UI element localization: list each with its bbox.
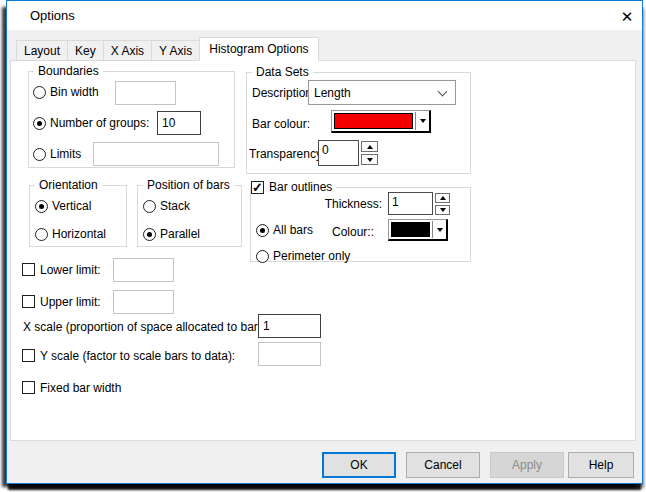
all-bars-radio[interactable] bbox=[256, 224, 269, 237]
number-of-groups-radio[interactable] bbox=[33, 117, 46, 130]
limits-label: Limits bbox=[50, 147, 81, 161]
transparency-down-icon[interactable] bbox=[361, 154, 378, 165]
bar-outlines-label: Bar outlines bbox=[269, 180, 332, 194]
number-of-groups-label: Number of groups: bbox=[50, 116, 149, 130]
thickness-spinner: 1 bbox=[388, 192, 450, 215]
parallel-radio[interactable] bbox=[143, 228, 156, 241]
stack-label: Stack bbox=[160, 199, 190, 213]
chevron-down-icon bbox=[438, 87, 448, 97]
perimeter-only-label: Perimeter only bbox=[273, 249, 350, 263]
upper-limit-checkbox[interactable] bbox=[22, 295, 35, 308]
all-bars-label: All bars bbox=[273, 223, 313, 237]
vertical-radio[interactable] bbox=[35, 200, 48, 213]
outline-colour-button[interactable] bbox=[388, 219, 448, 241]
options-dialog: Options ✕ Layout Key X Axis Y Axis Histo… bbox=[0, 0, 646, 492]
bar-outlines-checkbox[interactable] bbox=[251, 181, 264, 194]
horizontal-radio[interactable] bbox=[35, 228, 48, 241]
bin-width-input[interactable] bbox=[115, 81, 176, 105]
position-of-bars-legend: Position of bars bbox=[143, 178, 234, 192]
description-label: Description: bbox=[252, 86, 315, 100]
bin-width-radio[interactable] bbox=[33, 86, 46, 99]
tab-layout[interactable]: Layout bbox=[16, 40, 68, 61]
upper-limit-label: Upper limit: bbox=[40, 295, 101, 309]
limits-radio[interactable] bbox=[33, 148, 46, 161]
stack-radio[interactable] bbox=[143, 200, 156, 213]
title-bar[interactable]: Options ✕ bbox=[7, 1, 642, 30]
perimeter-only-radio[interactable] bbox=[256, 250, 269, 263]
thickness-value[interactable]: 1 bbox=[388, 192, 433, 215]
thickness-label: Thickness: bbox=[320, 197, 382, 211]
thickness-down-icon[interactable] bbox=[435, 205, 450, 215]
transparency-up-icon[interactable] bbox=[361, 141, 378, 152]
bin-width-label: Bin width bbox=[50, 85, 99, 99]
boundaries-legend: Boundaries bbox=[34, 64, 103, 78]
outline-colour-swatch bbox=[391, 222, 430, 237]
thickness-up-icon[interactable] bbox=[435, 193, 450, 203]
number-of-groups-input[interactable] bbox=[157, 111, 201, 135]
lower-limit-label: Lower limit: bbox=[40, 263, 101, 277]
y-scale-label: Y scale (factor to scale bars to data): bbox=[40, 349, 235, 363]
description-dropdown[interactable]: Length bbox=[308, 80, 456, 105]
orientation-legend: Orientation bbox=[35, 178, 102, 192]
upper-limit-input[interactable] bbox=[113, 290, 174, 314]
x-scale-input[interactable] bbox=[258, 314, 321, 338]
apply-button[interactable]: Apply bbox=[490, 452, 564, 478]
y-scale-input[interactable] bbox=[258, 342, 321, 366]
lower-limit-checkbox[interactable] bbox=[22, 263, 35, 276]
parallel-label: Parallel bbox=[160, 227, 200, 241]
bar-colour-dropdown-icon[interactable] bbox=[415, 112, 429, 130]
bar-colour-button[interactable] bbox=[331, 110, 431, 133]
tab-key[interactable]: Key bbox=[67, 40, 104, 61]
y-scale-checkbox[interactable] bbox=[22, 349, 35, 362]
outline-colour-label: Colour:: bbox=[332, 225, 374, 239]
horizontal-label: Horizontal bbox=[52, 227, 106, 241]
close-icon[interactable]: ✕ bbox=[611, 5, 643, 28]
bar-colour-label: Bar colour: bbox=[252, 117, 310, 131]
tab-y-axis[interactable]: Y Axis bbox=[151, 40, 200, 61]
data-sets-legend: Data Sets bbox=[252, 65, 313, 79]
limits-input[interactable] bbox=[93, 142, 219, 166]
transparency-label: Transparency: bbox=[249, 147, 325, 161]
description-value: Length bbox=[314, 86, 351, 100]
outline-colour-dropdown-icon[interactable] bbox=[432, 221, 446, 238]
fixed-bar-width-checkbox[interactable] bbox=[22, 381, 35, 394]
transparency-value[interactable]: 0 bbox=[318, 140, 359, 166]
fixed-bar-width-label: Fixed bar width bbox=[40, 381, 121, 395]
dialog-title: Options bbox=[30, 8, 75, 23]
tab-x-axis[interactable]: X Axis bbox=[103, 40, 152, 61]
lower-limit-input[interactable] bbox=[113, 258, 174, 282]
tab-histogram-options[interactable]: Histogram Options bbox=[199, 37, 318, 61]
cancel-button[interactable]: Cancel bbox=[406, 452, 480, 478]
tab-strip: Layout Key X Axis Y Axis Histogram Optio… bbox=[16, 37, 319, 61]
vertical-label: Vertical bbox=[52, 199, 91, 213]
bar-colour-swatch bbox=[334, 113, 413, 129]
x-scale-label: X scale (proportion of space allocated t… bbox=[23, 320, 271, 334]
ok-button[interactable]: OK bbox=[322, 452, 396, 478]
transparency-spinner: 0 bbox=[318, 140, 378, 166]
help-button[interactable]: Help bbox=[568, 452, 634, 478]
